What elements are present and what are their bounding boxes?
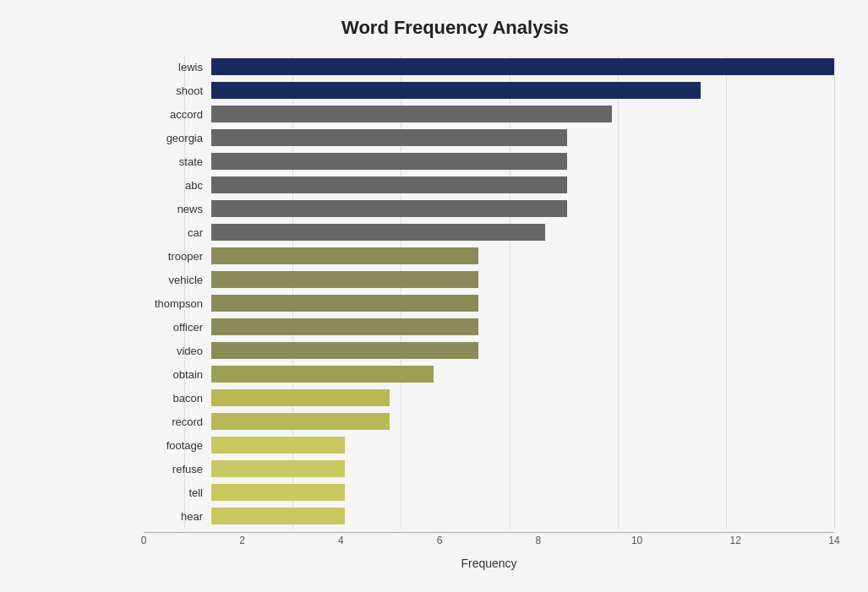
bar-row: shoot: [144, 79, 834, 101]
bar-label: video: [144, 345, 211, 357]
bar-wrapper: [211, 410, 834, 432]
bar-wrapper: [211, 481, 834, 503]
x-tick: 12: [730, 535, 741, 546]
bar-label: news: [144, 203, 211, 215]
bar-label: obtain: [144, 368, 211, 381]
x-ticks: 02468101214: [144, 535, 834, 553]
x-tick: 2: [239, 535, 245, 546]
bar-wrapper: [211, 292, 834, 314]
bar-row: georgia: [144, 127, 834, 149]
bar-row: video: [144, 339, 834, 361]
bar: [211, 389, 390, 406]
x-tick: 8: [536, 535, 542, 546]
bar-row: state: [144, 150, 834, 172]
bar-row: refuse: [144, 458, 834, 480]
bar: [211, 484, 345, 501]
bar: [211, 153, 567, 170]
bar: [211, 318, 478, 335]
bar: [211, 342, 478, 359]
bar-row: vehicle: [144, 269, 834, 291]
bar-row: accord: [144, 103, 834, 125]
bar-wrapper: [211, 339, 834, 361]
bar-row: officer: [144, 316, 834, 338]
bar-label: trooper: [144, 250, 211, 263]
bar-label: lewis: [144, 61, 211, 73]
bar-row: record: [144, 410, 834, 432]
bar-wrapper: [211, 56, 834, 78]
bar-label: tell: [144, 486, 211, 499]
bar-label: bacon: [144, 392, 211, 405]
bar: [211, 437, 345, 454]
bar-wrapper: [211, 316, 834, 338]
bar-wrapper: [211, 505, 834, 527]
chart-area: lewisshootaccordgeorgiastateabcnewscartr…: [76, 56, 834, 546]
bar-label: accord: [144, 108, 211, 121]
bar-row: news: [144, 198, 834, 220]
bar: [211, 366, 434, 383]
bar: [211, 106, 612, 122]
bar-wrapper: [211, 269, 834, 291]
bar: [211, 460, 345, 477]
chart-title: Word Frequency Analysis: [76, 17, 834, 39]
bar-row: hear: [144, 505, 834, 527]
bar-label: hear: [144, 510, 211, 523]
bar-label: refuse: [144, 463, 211, 475]
bar-row: lewis: [144, 56, 834, 78]
x-tick: 14: [828, 535, 839, 546]
bar-label: car: [144, 226, 211, 239]
x-axis-label: Frequency: [144, 557, 834, 570]
grid-line: [834, 56, 835, 529]
x-tick: 10: [631, 535, 642, 546]
bar-row: thompson: [144, 292, 834, 314]
bar: [211, 224, 545, 241]
chart-container: Word Frequency Analysis lewisshootaccord…: [0, 0, 868, 592]
bar-wrapper: [211, 363, 834, 385]
bar-label: shoot: [144, 84, 211, 97]
bar-wrapper: [211, 434, 834, 456]
bar-wrapper: [211, 221, 834, 243]
bar-wrapper: [211, 103, 834, 125]
bar-label: record: [144, 415, 211, 428]
bar-wrapper: [211, 387, 834, 409]
bar-wrapper: [211, 198, 834, 220]
bar-row: footage: [144, 434, 834, 456]
bar: [211, 82, 701, 99]
bar-row: trooper: [144, 245, 834, 267]
x-tick: 6: [437, 535, 443, 546]
x-tick: 4: [338, 535, 344, 546]
bar-row: obtain: [144, 363, 834, 385]
bar-label: thompson: [144, 297, 211, 310]
bar: [211, 271, 478, 288]
bar-label: abc: [144, 179, 211, 192]
bar: [211, 200, 567, 217]
bar-wrapper: [211, 150, 834, 172]
bar: [211, 295, 478, 312]
bar-wrapper: [211, 174, 834, 196]
bar-label: officer: [144, 321, 211, 334]
bar-wrapper: [211, 458, 834, 480]
bar-wrapper: [211, 245, 834, 267]
x-tick: 0: [141, 535, 147, 546]
bar: [211, 177, 567, 193]
bar-wrapper: [211, 79, 834, 101]
bar-label: state: [144, 155, 211, 168]
bar: [211, 58, 834, 75]
bar-label: georgia: [144, 132, 211, 144]
bar: [211, 129, 567, 146]
bar: [211, 247, 478, 264]
x-axis-line: [144, 532, 834, 533]
bar-row: abc: [144, 174, 834, 196]
bar: [211, 413, 390, 430]
bar-row: tell: [144, 481, 834, 503]
bar-label: vehicle: [144, 274, 211, 286]
bar-wrapper: [211, 127, 834, 149]
bar-row: car: [144, 221, 834, 243]
bar-label: footage: [144, 439, 211, 452]
bar-row: bacon: [144, 387, 834, 409]
bar: [211, 508, 345, 524]
